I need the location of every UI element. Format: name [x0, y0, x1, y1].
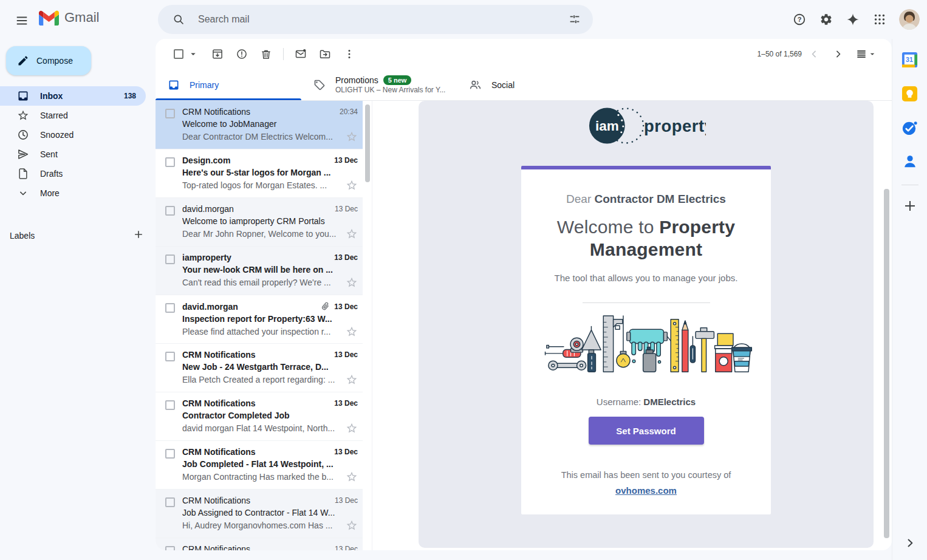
row-checkbox[interactable]: [165, 303, 175, 313]
add-label-button[interactable]: [132, 228, 145, 242]
keep-icon: [901, 86, 918, 102]
tab-primary[interactable]: Primary: [156, 69, 301, 100]
search-button[interactable]: [166, 7, 191, 32]
compose-button[interactable]: Compose: [6, 46, 91, 75]
email-sender: CRM Notifications: [182, 350, 330, 360]
row-checkbox[interactable]: [165, 352, 175, 361]
sidebar-item-starred[interactable]: Starred: [0, 106, 146, 125]
mark-unread-button[interactable]: [289, 42, 313, 66]
contacts-button[interactable]: [898, 149, 922, 174]
email-row[interactable]: CRM Notifications 13 Dec Job Assigned to…: [156, 490, 363, 538]
gmail-header: Gmail Search mail ?: [0, 0, 927, 39]
primary-tab-icon: [168, 79, 180, 91]
apps-grid-button[interactable]: [867, 7, 892, 32]
tab-promotions[interactable]: Promotions 5 new OLIGHT UK – New Arrival…: [301, 69, 457, 100]
row-checkbox[interactable]: [165, 206, 175, 216]
row-checkbox[interactable]: [165, 546, 175, 550]
row-checkbox[interactable]: [165, 109, 175, 118]
email-sender: Design.com: [182, 155, 330, 165]
email-row[interactable]: Design.com 13 Dec Here's our 5-star logo…: [156, 149, 363, 198]
email-sender: david.morgan: [182, 204, 331, 214]
tab-social[interactable]: Social: [457, 69, 560, 100]
email-date: 13 Dec: [334, 399, 358, 408]
select-dropdown[interactable]: [187, 42, 199, 66]
email-snippet: Top-rated logos for Morgan Estates. ...: [182, 180, 342, 190]
email-row[interactable]: CRM Notifications 13 Dec: [156, 538, 363, 550]
email-snippet: Hi, Audrey Morganovhomes.com Has ...: [182, 521, 342, 530]
gemini-button[interactable]: [841, 7, 865, 32]
list-scrollbar[interactable]: [365, 104, 370, 182]
star-toggle[interactable]: [346, 422, 358, 434]
archive-button[interactable]: [205, 42, 230, 66]
side-panel: 31: [892, 39, 927, 560]
side-panel-expand-button[interactable]: [904, 537, 916, 551]
email-date: 13 Dec: [335, 545, 358, 550]
star-toggle[interactable]: [346, 179, 358, 191]
star-toggle[interactable]: [346, 131, 358, 143]
gmail-m-icon: [39, 10, 59, 26]
move-to-button[interactable]: [313, 42, 337, 66]
more-options-button[interactable]: [337, 42, 361, 66]
email-subject: Job Completed - Flat 14 Westpoint, ...: [182, 459, 358, 469]
email-row[interactable]: CRM Notifications 13 Dec Job Completed -…: [156, 441, 363, 490]
sidebar-item-sent[interactable]: Sent: [0, 145, 146, 164]
sidebar-item-label: Snoozed: [40, 130, 74, 140]
email-date: 13 Dec: [334, 156, 358, 165]
star-toggle[interactable]: [346, 276, 358, 289]
help-button[interactable]: ?: [787, 7, 812, 32]
sidebar-item-drafts[interactable]: Drafts: [0, 164, 146, 183]
email-title: Welcome to Property Management: [542, 216, 750, 261]
search-input[interactable]: Search mail: [198, 14, 563, 25]
account-avatar[interactable]: [899, 9, 920, 30]
sidebar-item-snoozed[interactable]: Snoozed: [0, 125, 146, 145]
delete-button[interactable]: [254, 42, 278, 66]
email-divider: [583, 302, 710, 303]
email-row[interactable]: CRM Notifications 20:34 Welcome to JobMa…: [156, 101, 363, 149]
star-toggle[interactable]: [346, 228, 358, 240]
ovhomes-link[interactable]: ovhomes.com: [615, 485, 677, 496]
gmail-logo[interactable]: Gmail: [39, 10, 99, 26]
set-password-button[interactable]: Set Password: [589, 417, 704, 445]
density-button[interactable]: [850, 42, 882, 66]
tune-icon: [568, 13, 581, 26]
keep-button[interactable]: [898, 81, 922, 106]
email-snippet: david morgan Flat 14 Westpoint, North...: [182, 423, 342, 433]
sidebar-item-inbox[interactable]: Inbox 138: [0, 86, 146, 106]
email-sender: CRM Notifications: [182, 496, 331, 505]
email-row[interactable]: CRM Notifications 13 Dec New Job - 24 We…: [156, 344, 363, 392]
trash-icon: [260, 48, 272, 60]
email-row[interactable]: david.morgan 13 Dec Inspection report fo…: [156, 295, 363, 344]
row-checkbox[interactable]: [165, 254, 175, 264]
row-checkbox[interactable]: [165, 497, 175, 507]
search-filters-button[interactable]: [563, 7, 587, 32]
email-date: 13 Dec: [334, 302, 358, 311]
tasks-icon: [901, 120, 918, 136]
email-row[interactable]: CRM Notifications 13 Dec Contractor Comp…: [156, 392, 363, 441]
sidebar-item-label: Starred: [40, 111, 68, 120]
star-toggle[interactable]: [346, 374, 358, 386]
main-menu-button[interactable]: [9, 7, 35, 34]
reader-scrollbar[interactable]: [884, 189, 889, 538]
search-bar[interactable]: Search mail: [158, 5, 593, 34]
row-checkbox[interactable]: [165, 157, 175, 167]
star-toggle[interactable]: [346, 519, 358, 531]
row-checkbox[interactable]: [165, 449, 175, 459]
email-row[interactable]: iamproperty 13 Dec Your new-look CRM wil…: [156, 247, 363, 295]
report-spam-button[interactable]: [230, 42, 254, 66]
sidebar-item-label: Inbox: [40, 91, 63, 101]
email-date: 13 Dec: [334, 448, 358, 456]
email-row[interactable]: david.morgan 13 Dec Welcome to iamproper…: [156, 198, 363, 247]
calendar-button[interactable]: 31: [898, 47, 922, 72]
settings-button[interactable]: [814, 7, 838, 32]
newer-page-button[interactable]: [802, 42, 826, 66]
row-checkbox[interactable]: [165, 400, 175, 410]
sidebar-item-more[interactable]: More: [0, 183, 146, 203]
star-toggle[interactable]: [346, 326, 358, 338]
active-tab-underline: [156, 98, 301, 100]
older-page-button[interactable]: [826, 42, 850, 66]
star-toggle[interactable]: [346, 471, 358, 483]
list-toolbar: 1–50 of 1,569: [156, 39, 892, 69]
envelope-unread-icon: [295, 48, 307, 60]
get-addons-button[interactable]: [898, 194, 922, 218]
tasks-button[interactable]: [898, 115, 922, 140]
